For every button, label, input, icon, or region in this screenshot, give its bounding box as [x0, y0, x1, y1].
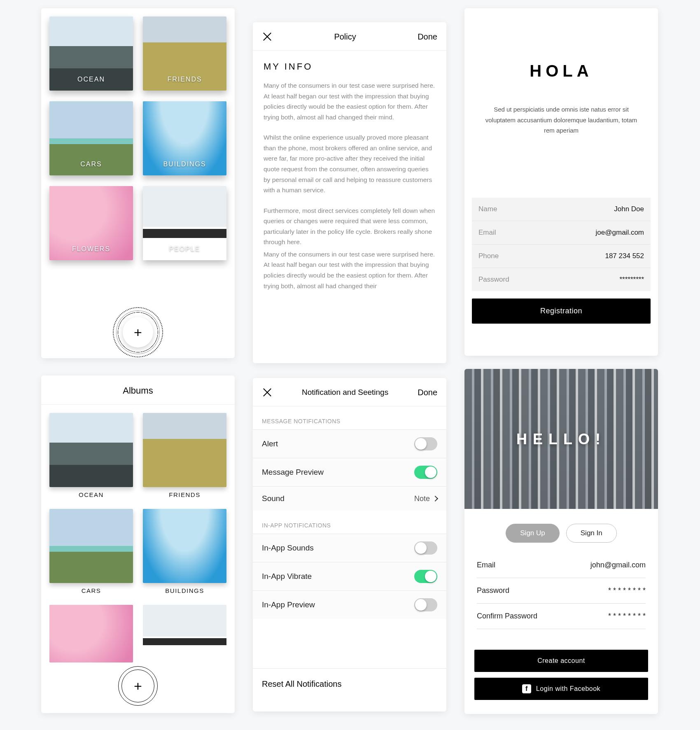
nav-bar: Notification and Seetings Done [253, 378, 446, 406]
toggle-inapp-preview[interactable] [414, 598, 437, 611]
field-value: joe@gmail.com [596, 229, 644, 237]
facebook-icon: f [522, 684, 531, 693]
chevron-right-icon [432, 496, 438, 501]
album-cell-people[interactable] [143, 605, 226, 662]
field-label: Email [478, 229, 496, 237]
field-value: john@gmail.com [590, 561, 646, 569]
done-button[interactable]: Done [418, 32, 437, 42]
add-album-fab-wrap: + [118, 666, 158, 706]
album-cell-friends[interactable]: FRIENDS [143, 413, 226, 498]
album-label: CARS [49, 587, 133, 594]
field-value: John Doe [614, 205, 644, 213]
field-email[interactable]: Email john@gmail.com [477, 553, 646, 578]
field-label: Password [477, 586, 509, 595]
fab-ring-inner [121, 669, 154, 702]
album-cell-ocean[interactable]: OCEAN [49, 413, 133, 498]
setting-sound[interactable]: Sound Note [253, 486, 446, 511]
section-header-message: MESSAGE NOTIFICATIONS [253, 406, 446, 429]
toggle-inapp-vibrate[interactable] [414, 570, 437, 583]
setting-label: Sound [262, 494, 285, 503]
toggle-alert[interactable] [414, 437, 437, 450]
brand-title: HOLA [464, 62, 658, 80]
page-title: Albums [41, 375, 235, 405]
field-email[interactable]: Email joe@gmail.com [472, 221, 651, 245]
toggle-message-preview[interactable] [414, 466, 437, 479]
album-thumb [49, 605, 133, 662]
nav-title: Notification and Seetings [302, 388, 388, 397]
brand-subtitle: Sed ut perspiciatis unde omnis iste natu… [479, 104, 643, 136]
setting-inapp-preview: In-App Preview [253, 590, 446, 619]
album-thumb [143, 605, 226, 662]
registration-button[interactable]: Registration [472, 299, 651, 324]
registration-form: Name John Doe Email joe@gmail.com Phone … [472, 198, 651, 291]
field-password[interactable]: Password ********* [472, 268, 651, 291]
field-value: * * * * * * * * [608, 586, 646, 595]
setting-label: Alert [262, 439, 278, 448]
album-label: FRIENDS [143, 76, 226, 83]
field-value: * * * * * * * * [608, 612, 646, 620]
album-label: OCEAN [49, 76, 133, 83]
login-facebook-button[interactable]: f Login with Facebook [474, 678, 648, 700]
setting-inapp-sounds: In-App Sounds [253, 534, 446, 562]
section-header-inapp: IN-APP NOTIFICATIONS [253, 511, 446, 534]
setting-value: Note [414, 494, 430, 503]
auth-tabs: Sign Up Sign In [464, 524, 658, 543]
field-value: 187 234 552 [605, 252, 644, 260]
album-grid: OCEAN FRIENDS CARS BUILDINGS [41, 405, 235, 671]
albums-page-card: Albums OCEAN FRIENDS CARS BUILDINGS + [41, 375, 235, 713]
close-icon[interactable] [262, 387, 273, 398]
album-cell-buildings[interactable]: BUILDINGS [143, 101, 226, 175]
field-phone[interactable]: Phone 187 234 552 [472, 245, 651, 268]
field-label: Name [478, 205, 497, 213]
album-label: BUILDINGS [143, 161, 226, 168]
toggle-inapp-sounds[interactable] [414, 541, 437, 555]
album-label: FLOWERS [49, 245, 133, 253]
field-name[interactable]: Name John Doe [472, 198, 651, 221]
album-cell-ocean[interactable]: OCEAN [49, 16, 133, 91]
tab-signin[interactable]: Sign In [566, 524, 617, 543]
field-confirm-password[interactable]: Confirm Password * * * * * * * * [477, 604, 646, 629]
setting-inapp-vibrate: In-App Vibrate [253, 562, 446, 590]
policy-card: Policy Done MY INFO Many of the consumer… [253, 22, 446, 363]
tab-signup[interactable]: Sign Up [506, 524, 559, 543]
album-label: PEOPLE [143, 245, 226, 253]
album-cell-flowers[interactable] [49, 605, 133, 662]
album-label: CARS [49, 161, 133, 168]
settings-card: Notification and Seetings Done MESSAGE N… [253, 378, 446, 711]
create-account-button[interactable]: Create account [474, 650, 648, 672]
setting-label: In-App Sounds [262, 543, 314, 553]
fab-dotted-ring [115, 310, 161, 355]
album-label: BUILDINGS [143, 587, 226, 594]
album-cell-people[interactable]: PEOPLE [143, 186, 226, 260]
fb-button-label: Login with Facebook [536, 685, 600, 693]
signup-card: HELLO! Sign Up Sign In Email john@gmail.… [464, 369, 658, 714]
album-thumb [49, 413, 133, 487]
album-thumb [143, 509, 226, 583]
album-cell-buildings[interactable]: BUILDINGS [143, 509, 226, 594]
album-grid: OCEAN FRIENDS CARS BUILDINGS FLOWERS PEO… [41, 8, 235, 268]
album-cell-cars[interactable]: CARS [49, 509, 133, 594]
hero-title: HELLO! [464, 431, 658, 448]
setting-label: Message Preview [262, 468, 324, 477]
setting-alert: Alert [253, 429, 446, 458]
setting-label: In-App Preview [262, 600, 315, 609]
close-icon[interactable] [262, 31, 273, 42]
album-cell-flowers[interactable]: FLOWERS [49, 186, 133, 260]
album-cell-friends[interactable]: FRIENDS [143, 16, 226, 91]
hero-image: HELLO! [464, 369, 658, 509]
album-label: OCEAN [49, 491, 133, 498]
field-label: Confirm Password [477, 612, 537, 620]
album-label: FRIENDS [143, 491, 226, 498]
reset-notifications-button[interactable]: Reset All Notifications [253, 668, 446, 700]
setting-label: In-App Vibrate [262, 572, 312, 581]
field-password[interactable]: Password * * * * * * * * [477, 578, 646, 604]
field-value: ********* [619, 275, 644, 284]
album-cell-cars[interactable]: CARS [49, 101, 133, 175]
add-album-fab-wrap: + [115, 310, 161, 355]
nav-bar: Policy Done [253, 22, 446, 51]
registration-card: HOLA Sed ut perspiciatis unde omnis iste… [464, 8, 658, 356]
policy-heading: MY INFO [264, 61, 436, 72]
done-button[interactable]: Done [418, 388, 437, 397]
field-label: Phone [478, 252, 499, 260]
signup-form: Email john@gmail.com Password * * * * * … [477, 553, 646, 629]
